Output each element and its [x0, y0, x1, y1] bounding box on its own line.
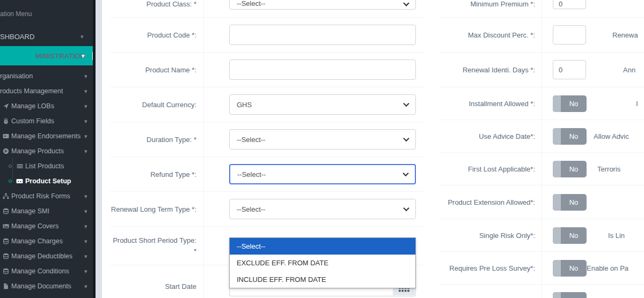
field-label [440, 285, 542, 298]
toggle-knob [553, 128, 561, 145]
field-label: Max Discount Perc. *: [440, 18, 542, 52]
chevron-down-icon: ▾ [84, 133, 87, 139]
sidebar-item-manage-conditions[interactable]: Manage Conditions ▾ [0, 264, 93, 279]
paper-plane-icon [2, 103, 9, 109]
product-code-input[interactable] [229, 25, 416, 45]
field-label: First Lost Applicable*: [440, 153, 542, 185]
sidebar-item-manage-covers[interactable]: Manage Covers ▾ [0, 219, 93, 234]
field-label: Refund Type *: [110, 157, 204, 191]
lock-icon [2, 118, 9, 124]
toggle-knob [553, 227, 561, 244]
list-icon [16, 163, 23, 169]
form-row-single-risk-only: Single Risk Only*: No Is Lin [440, 219, 644, 252]
product-name-input[interactable] [229, 59, 416, 80]
sitemap-icon [2, 193, 9, 199]
toggle-knob [553, 260, 561, 277]
product-setup-form: Product Class: * --Select-- Product Code… [102, 0, 644, 298]
sidebar-item-manage-lobs[interactable]: Manage LOBs ▾ [0, 99, 93, 114]
field-label: Renewa [612, 31, 638, 39]
product-extension-allowed-toggle[interactable]: No [553, 194, 587, 211]
field-label: Allow Advic [594, 132, 629, 140]
toggle-knob [553, 194, 561, 211]
chevron-down-icon: ▾ [84, 103, 87, 109]
field-label: Product Code *: [110, 18, 204, 52]
field-label: Requires Pre Loss Survey*: [440, 252, 542, 284]
content-gutter [96, 0, 102, 298]
sidebar-item-administration[interactable]: MINISTRATION ▾ [0, 46, 93, 65]
chevron-down-icon: ▾ [84, 284, 87, 289]
product-class-select[interactable]: --Select-- [229, 0, 416, 10]
chevron-down-icon: ▾ [84, 148, 87, 154]
sidebar-section-label: ation Menu [0, 10, 32, 18]
image-icon [2, 223, 9, 229]
chevron-down-icon: ▾ [84, 254, 87, 259]
use-advice-date-toggle[interactable]: No [553, 128, 587, 145]
field-label: Product Class: * [110, 0, 204, 17]
bottom-partial-toggle[interactable] [553, 292, 587, 298]
field-label: Is Lin [608, 232, 625, 240]
chevron-down-icon: ▾ [84, 118, 87, 124]
sidebar-item-dashboard[interactable]: SHBOARD ▾ [0, 29, 93, 44]
sidebar-item-manage-smi[interactable]: Manage SMI ▾ [0, 204, 93, 219]
requires-pre-loss-survey-toggle[interactable]: No [553, 260, 587, 277]
chevron-down-icon [403, 0, 409, 6]
field-label: Start Date [110, 265, 204, 298]
renewal-identi-days-input[interactable] [553, 60, 586, 79]
field-label: Product Short Period Type: * [110, 227, 204, 265]
sidebar-item-manage-charges[interactable]: Manage Charges ▾ [0, 234, 93, 249]
bullet-icon [9, 165, 12, 168]
field-label: Default Currency: [110, 87, 204, 122]
field-label: Single Risk Only*: [440, 219, 542, 251]
field-label: Installment Allowed *: [440, 87, 542, 120]
form-row-duration-type: Duration Type: * --Select-- [110, 122, 425, 157]
form-row-product-code: Product Code *: [110, 18, 425, 53]
product-setup-icon [16, 178, 23, 184]
field-label: Product Extension Allowed*: [440, 185, 542, 219]
dropdown-option[interactable]: --Select-- [230, 238, 415, 255]
renewal-long-term-type-select[interactable]: --Select-- [229, 199, 416, 219]
sidebar-item-product-setup[interactable]: Product Setup [0, 174, 93, 189]
form-row-product-extension-allowed: Product Extension Allowed*: No [440, 185, 644, 219]
sidebar-item-products-management[interactable]: roducts Management ▾ [0, 84, 93, 99]
form-row-installment-allowed: Installment Allowed *: No I [440, 87, 644, 120]
refund-type-select[interactable]: --Select-- [229, 164, 416, 184]
toggle-knob [553, 161, 561, 177]
max-discount-input[interactable] [553, 25, 586, 44]
sidebar-item-manage-documents[interactable]: Manage Documents ▾ [0, 279, 93, 294]
default-currency-select[interactable]: GHS [229, 94, 416, 115]
chevron-down-icon [402, 170, 408, 176]
sidebar-item-product-risk-forms[interactable]: Product Risk Forms ▾ [0, 189, 93, 204]
sidebar-item-manage-products[interactable]: P Manage Products ▾ [0, 144, 93, 159]
sidebar-item-manage-endorsements[interactable]: Manage Endorsements ▾ [0, 129, 93, 144]
field-label: I [636, 100, 638, 108]
sidebar-item-tariff-management[interactable]: Tariff Management ▾ [0, 294, 93, 298]
chevron-down-icon: ▾ [84, 239, 87, 244]
menu-tree-line [12, 158, 13, 182]
form-row-requires-pre-loss-survey: Requires Pre Loss Survey*: No Enable on … [440, 252, 644, 285]
field-label: Ann [623, 66, 635, 74]
chevron-down-icon: ▾ [84, 73, 87, 79]
chevron-down-icon [403, 101, 409, 107]
single-risk-only-toggle[interactable]: No [553, 227, 587, 244]
field-label: Enable on Pa [587, 264, 628, 272]
sidebar-item-organisation[interactable]: rganisation ▾ [0, 69, 93, 84]
chevron-down-icon: ▾ [80, 34, 84, 40]
form-row-refund-type: Refund Type *: --Select-- [110, 157, 425, 192]
sidebar-item-custom-fields[interactable]: Custom Fields ▾ [0, 114, 93, 129]
form-row-first-lost-applicable: First Lost Applicable*: No Terroris [440, 153, 644, 185]
sidebar-item-manage-deductibles[interactable]: Manage Deductibles ▾ [0, 249, 93, 264]
dropdown-option[interactable]: INCLUDE EFF. FROM DATE [230, 271, 415, 288]
field-label: Terroris [597, 165, 620, 173]
form-row-product-name: Product Name *: [110, 53, 425, 87]
dropdown-option[interactable]: EXCLUDE EFF. FROM DATE [230, 255, 415, 271]
chevron-down-icon: ▾ [84, 88, 87, 94]
first-lost-applicable-toggle[interactable]: No [553, 161, 587, 177]
form-right-column: Minimum Premium *: Minimum Lo Max Discou… [440, 0, 644, 298]
sidebar-item-list-products[interactable]: List Products [0, 159, 93, 174]
minimum-premium-input[interactable] [553, 0, 586, 9]
database-icon [2, 268, 9, 274]
circled-p-icon: P [2, 148, 9, 154]
duration-type-select[interactable]: --Select-- [229, 129, 416, 150]
field-label: Product Name *: [110, 53, 204, 87]
installment-allowed-toggle[interactable]: No [553, 95, 587, 112]
